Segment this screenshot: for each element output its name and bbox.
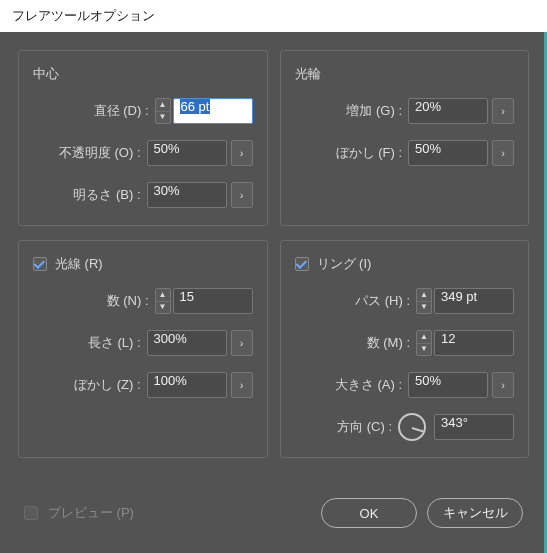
rays-fuzziness-label: ぼかし (Z) : (74, 376, 140, 394)
rays-fuzziness-more-button[interactable]: › (231, 372, 253, 398)
opacity-more-button[interactable]: › (231, 140, 253, 166)
preview-area: プレビュー (P) (24, 504, 134, 522)
preview-label: プレビュー (P) (48, 504, 134, 522)
rings-direction-input[interactable]: 343° (434, 414, 514, 440)
halo-fuzziness-more-button[interactable]: › (492, 140, 514, 166)
panel-rays-title: 光線 (R) (55, 255, 103, 273)
rings-checkbox[interactable] (295, 257, 309, 271)
chevron-up-icon[interactable]: ▲ (417, 331, 431, 344)
opacity-input[interactable]: 50% (147, 140, 227, 166)
brightness-more-button[interactable]: › (231, 182, 253, 208)
panel-halo: 光輪 増加 (G) : 20% › ぼかし (F) : 50% › (280, 50, 530, 226)
diameter-label: 直径 (D) : (94, 102, 149, 120)
chevron-down-icon[interactable]: ▼ (417, 344, 431, 356)
cancel-button[interactable]: キャンセル (427, 498, 523, 528)
chevron-up-icon[interactable]: ▲ (417, 289, 431, 302)
dialog-body: 中心 直径 (D) : ▲ ▼ 66 pt 不透明度 (O) : 50% › 明… (0, 32, 547, 546)
rings-direction-label: 方向 (C) : (337, 418, 392, 436)
chevron-down-icon[interactable]: ▼ (156, 112, 170, 124)
rings-size-label: 大きさ (A) : (335, 376, 402, 394)
rings-count-stepper[interactable]: ▲ ▼ (416, 330, 432, 356)
rays-length-more-button[interactable]: › (231, 330, 253, 356)
chevron-down-icon[interactable]: ▼ (417, 302, 431, 314)
panel-center-title: 中心 (33, 65, 253, 83)
growth-label: 増加 (G) : (346, 102, 402, 120)
rings-size-input[interactable]: 50% (408, 372, 488, 398)
rays-length-label: 長さ (L) : (88, 334, 141, 352)
opacity-label: 不透明度 (O) : (59, 144, 141, 162)
rings-path-stepper[interactable]: ▲ ▼ (416, 288, 432, 314)
rings-path-label: パス (H) : (355, 292, 410, 310)
rings-count-input[interactable]: 12 (434, 330, 514, 356)
direction-dial[interactable] (398, 413, 426, 441)
rings-path-input[interactable]: 349 pt (434, 288, 514, 314)
chevron-down-icon[interactable]: ▼ (156, 302, 170, 314)
brightness-input[interactable]: 30% (147, 182, 227, 208)
rays-checkbox[interactable] (33, 257, 47, 271)
halo-fuzziness-input[interactable]: 50% (408, 140, 488, 166)
rays-count-label: 数 (N) : (107, 292, 149, 310)
rings-size-more-button[interactable]: › (492, 372, 514, 398)
panel-rings-title: リング (I) (317, 255, 372, 273)
rings-count-label: 数 (M) : (367, 334, 410, 352)
panel-center: 中心 直径 (D) : ▲ ▼ 66 pt 不透明度 (O) : 50% › 明… (18, 50, 268, 226)
rays-fuzziness-input[interactable]: 100% (147, 372, 227, 398)
panel-rays: 光線 (R) 数 (N) : ▲ ▼ 15 長さ (L) : 300% › ぼか… (18, 240, 268, 458)
chevron-up-icon[interactable]: ▲ (156, 289, 170, 302)
ok-button[interactable]: OK (321, 498, 417, 528)
panel-rings: リング (I) パス (H) : ▲ ▼ 349 pt 数 (M) : ▲ ▼ … (280, 240, 530, 458)
window-title: フレアツールオプション (12, 7, 155, 25)
direction-dial-hand (412, 427, 424, 432)
rays-count-stepper[interactable]: ▲ ▼ (155, 288, 171, 314)
growth-more-button[interactable]: › (492, 98, 514, 124)
brightness-label: 明るさ (B) : (73, 186, 140, 204)
panel-halo-title: 光輪 (295, 65, 515, 83)
diameter-input[interactable]: 66 pt (173, 98, 253, 124)
growth-input[interactable]: 20% (408, 98, 488, 124)
preview-checkbox[interactable] (24, 506, 38, 520)
titlebar: フレアツールオプション (0, 0, 547, 32)
rays-count-input[interactable]: 15 (173, 288, 253, 314)
chevron-up-icon[interactable]: ▲ (156, 99, 170, 112)
halo-fuzziness-label: ぼかし (F) : (336, 144, 402, 162)
diameter-stepper[interactable]: ▲ ▼ (155, 98, 171, 124)
rays-length-input[interactable]: 300% (147, 330, 227, 356)
footer: プレビュー (P) OK キャンセル (18, 472, 529, 534)
